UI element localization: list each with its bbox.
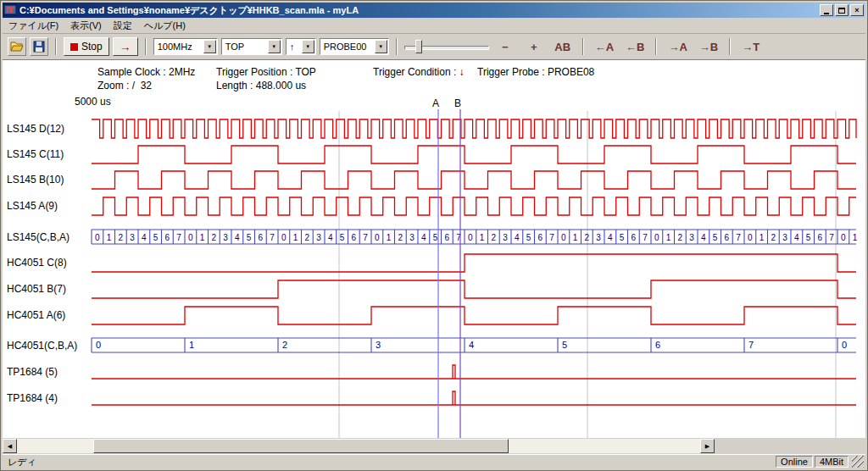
bus-value-label: 4 (469, 340, 474, 350)
trigger-position-value: TOP (225, 42, 244, 52)
zoom-slider-thumb[interactable] (415, 40, 422, 53)
stop-button[interactable]: Stop (64, 37, 109, 56)
close-icon: × (854, 6, 859, 14)
toolbar-separator (145, 38, 147, 55)
bus-value-label: 6 (259, 233, 264, 242)
waveform-area: Sample Clock : 2MHz Trigger Position : T… (3, 60, 865, 438)
bus-value-label: 7 (829, 233, 834, 242)
open-button[interactable] (8, 37, 26, 56)
trigger-edge-combo[interactable]: ↑ ▼ (286, 38, 316, 55)
horizontal-scrollbar[interactable]: ◀ ▶ (3, 439, 715, 453)
bus-value-label: 0 (96, 340, 101, 350)
statusbar: レディ Online 4MBit (3, 454, 865, 468)
bus-value-label: 0 (654, 233, 659, 242)
waveform-trace (92, 307, 856, 324)
stop-icon (70, 43, 78, 51)
ab-span-button[interactable]: AB (550, 36, 576, 57)
cursor-a-left-button[interactable]: ←A (591, 36, 618, 57)
resize-grip[interactable] (852, 456, 864, 468)
bus-value-label: 1 (666, 233, 671, 242)
bus-value-label: 5 (526, 233, 531, 242)
zoom-slider[interactable] (404, 38, 489, 55)
menu-item-view[interactable]: 表示(V) (64, 18, 108, 34)
menu-item-file[interactable]: ファイル(F) (3, 18, 64, 34)
bus-value-label: 3 (130, 233, 135, 242)
menu-item-settings[interactable]: 設定 (108, 18, 138, 34)
bus-value-label: 5 (340, 233, 345, 242)
probe-value: PROBE00 (324, 42, 367, 52)
scroll-left-button[interactable]: ◀ (3, 439, 17, 453)
scroll-right-icon: ▶ (705, 443, 709, 450)
probe-combo[interactable]: PROBE00 ▼ (320, 38, 389, 55)
cursor-a-right-button[interactable]: →A (664, 36, 691, 57)
app-icon (4, 4, 16, 16)
sample-clock-combo[interactable]: 100MHz ▼ (153, 38, 218, 55)
bus-value-label: 0 (95, 233, 100, 242)
waveform-trace (92, 254, 856, 272)
cursor-b-right-button[interactable]: →B (695, 36, 722, 57)
goto-trigger-button[interactable]: →T (737, 36, 764, 57)
bus-value-label: 7 (643, 233, 648, 242)
bus-value-label: 4 (328, 233, 333, 242)
status-online: Online (776, 456, 813, 468)
bus-value-label: 3 (782, 233, 787, 242)
bus-value-label: 1 (853, 233, 858, 242)
chevron-down-icon[interactable]: ▼ (302, 40, 314, 53)
bus-value-label: 2 (492, 233, 497, 242)
run-button[interactable]: → (113, 37, 138, 56)
bus-value-label: 6 (725, 233, 730, 242)
bus-value-label: 5 (713, 233, 718, 242)
zoom-out-button[interactable]: − (492, 36, 518, 57)
bus-value-label: 1 (760, 233, 765, 242)
bus-value-label: 5 (433, 233, 438, 242)
chevron-down-icon[interactable]: ▼ (203, 40, 216, 53)
bus-value-label: 3 (689, 233, 694, 242)
bus-value-label: 5 (620, 233, 625, 242)
sample-clock-value: 100MHz (158, 42, 192, 52)
window-title: C:¥Documents and Settings¥noname¥デスクトップ¥… (19, 4, 818, 17)
save-button[interactable] (30, 37, 48, 56)
bus-value-label: 7 (736, 233, 741, 242)
bus-value-label: 0 (375, 233, 380, 242)
bus-value-label: 3 (596, 233, 601, 242)
bus-value-label: 1 (480, 233, 485, 242)
bus-value-label: 0 (188, 233, 193, 242)
bus-value-label: 7 (549, 233, 554, 242)
bus-value-label: 2 (282, 340, 287, 350)
time-scale-label: 5000 us (75, 96, 111, 108)
bus-value-label: 6 (445, 233, 450, 242)
close-button[interactable]: × (850, 4, 864, 16)
bus-value-label: 5 (806, 233, 811, 242)
scroll-right-button[interactable]: ▶ (700, 439, 715, 453)
zoom-in-button[interactable]: + (521, 36, 547, 57)
bus-value-label: 1 (107, 233, 112, 242)
waveform-trace (92, 119, 856, 138)
folder-open-icon (10, 41, 24, 53)
bus-value-label: 1 (573, 233, 578, 242)
trigger-position-combo[interactable]: TOP ▼ (221, 38, 282, 55)
bus-value-label: 5 (562, 340, 567, 350)
bus-value-label: 1 (387, 233, 392, 242)
pulse-mark (453, 365, 455, 379)
status-memory: 4MBit (815, 456, 849, 468)
trigger-edge-value: ↑ (290, 42, 295, 52)
chevron-down-icon[interactable]: ▼ (375, 40, 387, 53)
bus-value-label: 6 (632, 233, 637, 242)
minimize-icon (824, 13, 829, 14)
bus-value-label: 0 (748, 233, 753, 242)
chevron-down-icon[interactable]: ▼ (268, 40, 281, 53)
bus-value-label: 2 (119, 233, 124, 242)
cursor-b-left-button[interactable]: ←B (621, 36, 648, 57)
toolbar-separator (729, 38, 731, 55)
menu-item-help[interactable]: ヘルプ(H) (138, 18, 192, 34)
toolbar-separator (55, 38, 57, 55)
waveform-plot: 5000 us012345670123456701234567012345670… (3, 60, 865, 438)
bus-value-label: 3 (223, 233, 228, 242)
maximize-button[interactable] (835, 4, 849, 16)
titlebar[interactable]: C:¥Documents and Settings¥noname¥デスクトップ¥… (3, 3, 865, 18)
bus-value-label: 7 (270, 233, 275, 242)
menubar: ファイル(F) 表示(V) 設定 ヘルプ(H) (3, 18, 865, 34)
minimize-button[interactable] (820, 4, 833, 16)
bus-value-label: 2 (585, 233, 590, 242)
scroll-thumb[interactable] (93, 439, 509, 453)
